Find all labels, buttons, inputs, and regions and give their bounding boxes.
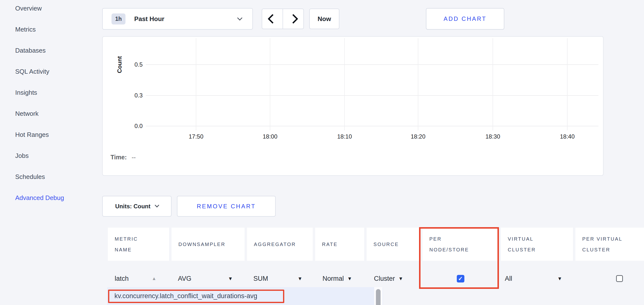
x-tick-label: 18:30: [477, 133, 509, 140]
gridline-horizontal: [146, 95, 598, 96]
time-nav-arrows: [262, 8, 304, 29]
gridline-vertical: [196, 38, 196, 130]
gridline-vertical: [270, 38, 270, 130]
column-header-source: SOURCE: [366, 228, 420, 261]
chart-config-table-header: METRIC NAME DOWNSAMPLER AGGREGATOR RATE …: [108, 228, 644, 261]
time-readout-label: Time:: [110, 154, 127, 161]
sidebar-nav: Overview Metrics Databases SQL Activity …: [0, 2, 102, 213]
rate-value: Normal: [322, 275, 344, 283]
x-tick-label: 18:00: [254, 133, 286, 140]
next-time-button[interactable]: [282, 9, 304, 29]
prev-time-button[interactable]: [262, 9, 282, 29]
column-header-label: VIRTUAL CLUSTER: [508, 234, 550, 255]
chevron-left-icon: [268, 14, 278, 24]
dropdown-scrollbar-track[interactable]: [374, 287, 382, 305]
check-icon: ✓: [458, 275, 463, 282]
metric-suggestions-dropdown: kv.concurrency.latch_conflict_wait_durat…: [107, 287, 383, 305]
aggregator-value: SUM: [254, 275, 268, 283]
x-tick-label: 18:20: [402, 133, 434, 140]
virtual-cluster-select[interactable]: All ▼: [501, 265, 573, 292]
time-readout: Time:--: [110, 154, 136, 161]
column-header-label: SOURCE: [374, 239, 399, 250]
column-header-per-virtual-cluster: PER VIRTUAL CLUSTER: [576, 228, 644, 261]
sidebar-item-jobs[interactable]: Jobs: [15, 150, 102, 171]
sidebar-item-advanced-debug[interactable]: Advanced Debug: [15, 192, 102, 213]
sidebar-item-schedules[interactable]: Schedules: [15, 171, 102, 192]
per-node-store-checkbox[interactable]: ✓: [457, 275, 464, 283]
time-range-selector[interactable]: 1h Past Hour: [102, 8, 253, 30]
per-virtual-cluster-checkbox[interactable]: [616, 275, 623, 282]
now-button[interactable]: Now: [309, 8, 340, 29]
column-header-label: METRIC NAME: [115, 234, 152, 255]
column-header-label: PER VIRTUAL CLUSTER: [582, 234, 641, 255]
column-header-per-node-store: PER NODE/STORE: [422, 228, 498, 261]
source-value: Cluster: [374, 275, 395, 283]
metric-name-value: latch: [115, 275, 129, 283]
gridline-horizontal: [146, 126, 598, 126]
column-header-aggregator: AGGREGATOR: [247, 228, 313, 261]
caret-down-icon: ▼: [298, 276, 302, 282]
x-tick-label: 18:10: [328, 133, 360, 140]
time-range-badge: 1h: [112, 13, 126, 24]
sidebar-item-overview[interactable]: Overview: [15, 2, 102, 23]
custom-chart-page: { "sidebar": { "items": ["Overview", "Me…: [0, 0, 644, 305]
sidebar-item-sql-activity[interactable]: SQL Activity: [15, 66, 102, 87]
sidebar-item-network[interactable]: Network: [15, 108, 102, 129]
virtual-cluster-value: All: [505, 275, 512, 283]
y-tick-label: 0.3: [120, 92, 142, 99]
column-header-label: DOWNSAMPLER: [178, 239, 226, 250]
gridline-vertical: [492, 38, 493, 130]
sidebar-item-metrics[interactable]: Metrics: [15, 23, 102, 44]
column-header-label: AGGREGATOR: [254, 239, 296, 250]
y-tick-label: 0.0: [120, 122, 142, 130]
chart-panel: Count 0.5 0.3 0.0 17:50 18:00 18:10 18:2…: [102, 36, 604, 176]
remove-chart-button[interactable]: REMOVE CHART: [177, 196, 276, 217]
sidebar-item-insights[interactable]: Insights: [15, 87, 102, 108]
x-tick-label: 17:50: [180, 133, 212, 140]
column-header-label: RATE: [322, 239, 338, 250]
dropdown-scrollbar-thumb[interactable]: [376, 289, 380, 305]
gridline-vertical: [344, 38, 345, 130]
column-header-rate: RATE: [315, 228, 364, 261]
column-header-metric-name: METRIC NAME: [108, 228, 169, 261]
time-readout-value: --: [132, 154, 136, 161]
caret-down-icon: ▼: [557, 276, 562, 282]
caret-up-icon: ▲: [152, 276, 156, 281]
gridline-horizontal: [146, 64, 598, 65]
units-dropdown-label: Units: Count: [115, 203, 150, 210]
chevron-down-icon: [155, 203, 159, 207]
column-header-virtual-cluster: VIRTUAL CLUSTER: [501, 228, 573, 261]
units-dropdown[interactable]: Units: Count: [102, 196, 172, 217]
column-header-downsampler: DOWNSAMPLER: [172, 228, 244, 261]
downsampler-value: AVG: [178, 275, 192, 283]
chevron-down-icon: [237, 15, 242, 20]
chevron-right-icon: [288, 14, 298, 24]
chart-plot-area[interactable]: 0.5 0.3 0.0 17:50 18:00 18:10 18:20 18:3…: [103, 37, 603, 175]
time-range-label: Past Hour: [134, 15, 164, 23]
sidebar-item-hot-ranges[interactable]: Hot Ranges: [15, 129, 102, 150]
add-chart-button[interactable]: ADD CHART: [426, 8, 504, 30]
caret-down-icon: ▼: [347, 276, 352, 282]
caret-down-icon: ▼: [228, 276, 233, 282]
gridline-vertical: [567, 38, 568, 130]
y-tick-label: 0.5: [120, 61, 142, 68]
metric-suggestion-item[interactable]: kv.concurrency.latch_conflict_wait_durat…: [107, 287, 383, 305]
caret-down-icon: ▼: [398, 276, 403, 282]
gridline-vertical: [418, 38, 418, 130]
sidebar-item-databases[interactable]: Databases: [15, 44, 102, 66]
per-node-store-cell: ✓: [422, 265, 498, 292]
column-header-label: PER NODE/STORE: [429, 234, 481, 255]
x-tick-label: 18:40: [551, 133, 583, 140]
per-virtual-cluster-cell: [576, 265, 644, 292]
